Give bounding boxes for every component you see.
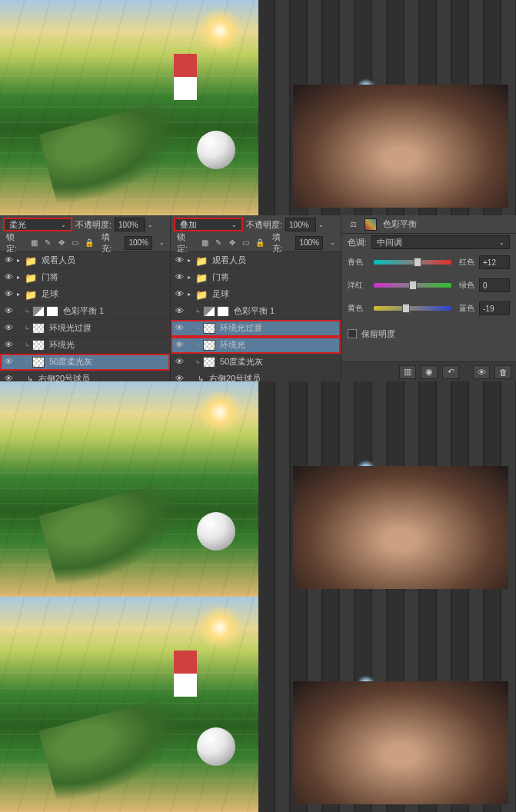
mask-thumbnail[interactable]: [217, 306, 229, 317]
layer-row[interactable]: 👁↳右侧20号球员: [0, 371, 170, 381]
color-slider[interactable]: [374, 260, 451, 265]
layer-thumbnail[interactable]: [203, 323, 215, 334]
layer-row[interactable]: 👁▸📁观看人员: [0, 252, 170, 269]
canvas-living-room-mid[interactable]: [258, 381, 517, 597]
layer-name[interactable]: 环境光: [220, 339, 245, 351]
layer-row[interactable]: 👁↳环境光过渡: [171, 320, 341, 337]
reset-button[interactable]: ↶: [442, 365, 459, 379]
visibility-eye-icon[interactable]: 👁: [174, 323, 185, 334]
layer-name[interactable]: 观看人员: [42, 255, 75, 266]
blend-mode-dropdown[interactable]: 柔光 ⌄: [3, 218, 72, 231]
visibility-eye-icon[interactable]: 👁: [174, 306, 185, 317]
layer-row[interactable]: 👁↳环境光: [0, 337, 170, 354]
visibility-eye-icon[interactable]: 👁: [174, 357, 185, 368]
layer-row[interactable]: 👁↳环境光过渡: [0, 320, 170, 337]
tone-dropdown[interactable]: 中间调 ⌄: [371, 235, 510, 249]
layer-thumbnail[interactable]: [203, 306, 215, 317]
canvas-living-room-bottom[interactable]: [258, 597, 517, 812]
visibility-eye-icon[interactable]: 👁: [3, 323, 14, 334]
layer-row[interactable]: 👁▸📁足球: [0, 286, 170, 303]
layer-name[interactable]: 足球: [212, 288, 229, 300]
lock-transparency-icon[interactable]: ▦: [30, 238, 39, 248]
visibility-eye-icon[interactable]: 👁: [174, 374, 185, 382]
visibility-eye-icon[interactable]: 👁: [3, 306, 14, 317]
layer-name[interactable]: 色彩平衡 1: [63, 305, 104, 317]
layer-name[interactable]: 右侧20号球员: [38, 373, 90, 381]
clip-to-layer-button[interactable]: ▥: [399, 365, 416, 379]
lock-all-icon[interactable]: 🔒: [85, 238, 94, 248]
opacity-input[interactable]: 100%: [285, 218, 316, 231]
visibility-eye-icon[interactable]: 👁: [3, 357, 14, 368]
lock-move-icon[interactable]: ✥: [57, 238, 66, 248]
layer-name[interactable]: 门将: [42, 271, 58, 283]
layer-thumbnail[interactable]: [203, 340, 215, 351]
layer-name[interactable]: 色彩平衡 1: [234, 305, 275, 317]
lock-artboard-icon[interactable]: ▭: [71, 238, 80, 248]
slider-thumb[interactable]: [409, 281, 417, 290]
layer-row[interactable]: 👁↳环境光: [171, 337, 341, 354]
expand-caret-icon[interactable]: ▸: [188, 257, 195, 264]
layer-thumbnail[interactable]: [32, 306, 45, 317]
lock-artboard-icon[interactable]: ▭: [241, 238, 251, 248]
lock-transparency-icon[interactable]: ▦: [201, 238, 210, 248]
color-slider[interactable]: [374, 306, 451, 311]
layer-row[interactable]: 👁▸📁观看人员: [171, 252, 341, 269]
slider-value-input[interactable]: +12: [479, 255, 510, 269]
chevron-down-icon[interactable]: ⌄: [145, 221, 155, 228]
visibility-eye-icon[interactable]: 👁: [174, 340, 185, 351]
visibility-eye-icon[interactable]: 👁: [3, 255, 14, 266]
slider-thumb[interactable]: [402, 304, 410, 313]
layer-name[interactable]: 足球: [42, 288, 58, 300]
visibility-eye-icon[interactable]: 👁: [3, 289, 14, 300]
layer-thumbnail[interactable]: [32, 323, 45, 334]
layer-name[interactable]: 门将: [212, 271, 229, 283]
visibility-eye-icon[interactable]: 👁: [3, 272, 14, 283]
layer-list[interactable]: 👁▸📁观看人员👁▸📁门将👁▸📁足球👁↳色彩平衡 1👁↳环境光过渡👁↳环境光👁↳5…: [0, 252, 170, 381]
expand-caret-icon[interactable]: ▸: [17, 291, 25, 298]
layer-name[interactable]: 环境光过渡: [49, 322, 92, 334]
visibility-eye-icon[interactable]: 👁: [174, 272, 185, 283]
layer-row[interactable]: 👁↳色彩平衡 1: [171, 303, 341, 320]
preserve-luminosity-checkbox[interactable]: [348, 329, 357, 338]
expand-caret-icon[interactable]: ▸: [17, 274, 25, 281]
slider-value-input[interactable]: 0: [479, 278, 510, 292]
visibility-eye-icon[interactable]: 👁: [174, 255, 185, 266]
layer-name[interactable]: 环境光过渡: [220, 322, 262, 334]
layer-row[interactable]: 👁↳色彩平衡 1: [0, 303, 170, 320]
canvas-stadium-bottom[interactable]: [0, 597, 258, 812]
layer-name[interactable]: 右侧20号球员: [209, 373, 261, 381]
canvas-living-room[interactable]: [258, 0, 517, 215]
layer-row[interactable]: 👁↳50度柔光灰: [0, 354, 170, 371]
fill-input[interactable]: 100%: [125, 236, 152, 250]
layer-row[interactable]: 👁↳右侧20号球员: [171, 371, 341, 381]
color-slider[interactable]: [374, 283, 451, 288]
visibility-eye-icon[interactable]: 👁: [3, 340, 14, 351]
chevron-down-icon[interactable]: ⌄: [328, 239, 338, 246]
delete-button[interactable]: 🗑: [494, 365, 511, 379]
layer-name[interactable]: 50度柔光灰: [220, 356, 263, 368]
view-previous-button[interactable]: ◉: [421, 365, 438, 379]
layer-thumbnail[interactable]: [203, 357, 215, 368]
layer-name[interactable]: 环境光: [49, 339, 75, 351]
opacity-input[interactable]: 100%: [115, 218, 145, 231]
layer-row[interactable]: 👁▸📁足球: [171, 286, 341, 303]
mask-thumbnail[interactable]: [46, 306, 58, 317]
blend-mode-dropdown[interactable]: 叠加 ⌄: [174, 218, 243, 231]
layer-name[interactable]: 观看人员: [212, 255, 246, 266]
toggle-visibility-button[interactable]: 👁: [473, 365, 490, 379]
layer-row[interactable]: 👁▸📁门将: [0, 269, 170, 286]
canvas-stadium[interactable]: [0, 0, 258, 215]
canvas-stadium-mid[interactable]: [0, 381, 258, 597]
layer-thumbnail[interactable]: [32, 357, 45, 368]
lock-brush-icon[interactable]: ✎: [44, 238, 53, 248]
visibility-eye-icon[interactable]: 👁: [3, 374, 14, 382]
chevron-down-icon[interactable]: ⌄: [157, 239, 167, 246]
slider-thumb[interactable]: [414, 258, 421, 267]
slider-value-input[interactable]: -19: [479, 301, 510, 315]
lock-brush-icon[interactable]: ✎: [215, 238, 224, 248]
lock-all-icon[interactable]: 🔒: [255, 238, 265, 248]
layer-row[interactable]: 👁▸📁门将: [171, 269, 341, 286]
lock-move-icon[interactable]: ✥: [228, 238, 237, 248]
layer-row[interactable]: 👁↳50度柔光灰: [171, 354, 341, 371]
fill-input[interactable]: 100%: [295, 236, 323, 250]
